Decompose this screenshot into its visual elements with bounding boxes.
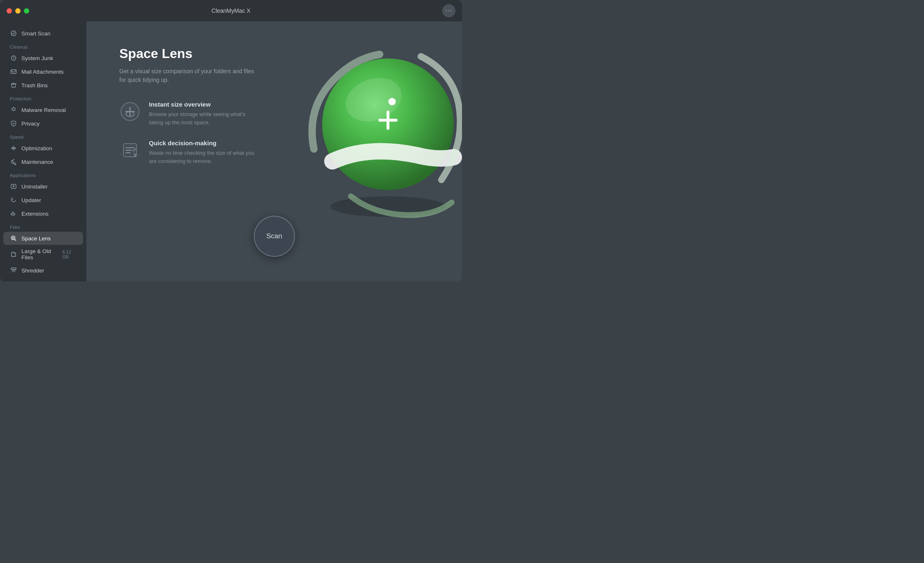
large-files-icon	[10, 251, 17, 258]
space-lens-label: Space Lens	[21, 235, 51, 242]
scan-button-wrap: Scan	[254, 216, 295, 257]
sidebar-item-maintenance[interactable]: Maintenance	[3, 155, 83, 168]
sidebar-item-uninstaller[interactable]: Uninstaller	[3, 180, 83, 193]
scan-button[interactable]: Scan	[254, 216, 295, 257]
space-lens-icon	[10, 235, 17, 242]
svg-point-13	[388, 98, 396, 105]
optimization-icon	[10, 144, 17, 152]
instant-size-icon-wrap	[119, 101, 141, 122]
svg-point-6	[12, 237, 14, 239]
uninstaller-label: Uninstaller	[21, 184, 48, 190]
files-section: Files	[0, 221, 86, 231]
updater-icon	[10, 196, 17, 204]
app-window: CleanMyMac X ··· Smart Scan Cleanup	[0, 0, 462, 282]
protection-section: Protection	[0, 92, 86, 103]
globe-illustration	[302, 34, 462, 231]
sidebar-item-space-lens[interactable]: Space Lens	[3, 232, 83, 245]
titlebar: CleanMyMac X ···	[0, 0, 462, 21]
sidebar-item-large-old-files[interactable]: Large & Old Files 6.12 GB	[3, 245, 83, 263]
sidebar-item-trash-bins[interactable]: Trash Bins	[3, 79, 83, 92]
instant-size-desc: Browse your storage while seeing what'st…	[149, 110, 245, 126]
main-area: Space Lens Get a visual size comparison …	[86, 21, 462, 282]
large-old-files-label: Large & Old Files	[21, 248, 58, 261]
sidebar-item-updater[interactable]: Updater	[3, 193, 83, 207]
trash-icon	[10, 81, 17, 89]
cleanup-section: Cleanup	[0, 40, 86, 51]
speed-section: Speed	[0, 130, 86, 141]
app-title: CleanMyMac X	[211, 7, 251, 14]
smart-scan-label: Smart Scan	[21, 30, 51, 37]
feature-instant-size: Instant size overview Browse your storag…	[119, 101, 292, 126]
sidebar-item-optimization[interactable]: Optimization	[3, 142, 83, 155]
privacy-icon	[10, 120, 17, 127]
sidebar-item-privacy[interactable]: Privacy	[3, 117, 83, 130]
maximize-button[interactable]	[24, 8, 29, 14]
svg-point-9	[322, 58, 454, 190]
smart-scan-icon	[10, 30, 17, 37]
uninstaller-icon	[10, 183, 17, 190]
sidebar-item-system-junk[interactable]: System Junk	[3, 51, 83, 65]
page-title: Space Lens	[119, 46, 292, 61]
maintenance-icon	[10, 158, 17, 165]
svg-point-10	[339, 70, 408, 129]
sidebar-item-smart-scan[interactable]: Smart Scan	[3, 27, 83, 40]
extensions-label: Extensions	[21, 211, 49, 217]
svg-point-8	[330, 196, 446, 217]
main-content-area: Space Lens Get a visual size comparison …	[86, 21, 292, 203]
instant-size-text: Instant size overview Browse your storag…	[149, 101, 245, 126]
sidebar-item-shredder[interactable]: Shredder	[3, 264, 83, 277]
close-button[interactable]	[7, 8, 12, 14]
scan-button-label: Scan	[266, 232, 282, 240]
traffic-lights	[7, 8, 29, 14]
svg-rect-2	[11, 70, 16, 74]
instant-size-title: Instant size overview	[149, 101, 245, 108]
quick-decision-icon	[120, 140, 140, 160]
system-junk-label: System Junk	[21, 55, 53, 61]
optimization-label: Optimization	[21, 145, 52, 151]
sidebar-item-extensions[interactable]: Extensions	[3, 207, 83, 220]
sidebar: Smart Scan Cleanup System Junk	[0, 21, 86, 282]
shredder-icon	[10, 267, 17, 274]
instant-size-icon	[120, 102, 140, 121]
sidebar-item-malware-removal[interactable]: Malware Removal	[3, 103, 83, 116]
minimize-button[interactable]	[15, 8, 21, 14]
updater-label: Updater	[21, 197, 41, 203]
maintenance-label: Maintenance	[21, 159, 53, 165]
privacy-label: Privacy	[21, 121, 39, 127]
quick-decision-icon-wrap	[119, 140, 141, 161]
sidebar-item-mail-attachments[interactable]: Mail Attachments	[3, 65, 83, 78]
feature-quick-decision: Quick decision-making Waste no time chec…	[119, 140, 292, 165]
malware-removal-label: Malware Removal	[21, 107, 66, 113]
large-old-files-badge: 6.12 GB	[62, 249, 77, 259]
mail-icon	[10, 68, 17, 75]
mail-attachments-label: Mail Attachments	[21, 69, 64, 75]
trash-bins-label: Trash Bins	[21, 82, 48, 88]
dots-icon: ···	[446, 7, 452, 14]
page-subtitle: Get a visual size comparison of your fol…	[119, 67, 292, 84]
main-layout: Smart Scan Cleanup System Junk	[0, 21, 462, 282]
malware-icon	[10, 106, 17, 114]
extensions-icon	[10, 210, 17, 217]
quick-decision-desc: Waste no time checking the size of what …	[149, 149, 254, 165]
system-junk-icon	[10, 54, 17, 62]
quick-decision-text: Quick decision-making Waste no time chec…	[149, 140, 254, 165]
svg-line-5	[15, 240, 16, 241]
quick-decision-title: Quick decision-making	[149, 140, 254, 147]
applications-section: Applications	[0, 169, 86, 179]
shredder-label: Shredder	[21, 268, 44, 274]
menu-button[interactable]: ···	[442, 4, 455, 17]
